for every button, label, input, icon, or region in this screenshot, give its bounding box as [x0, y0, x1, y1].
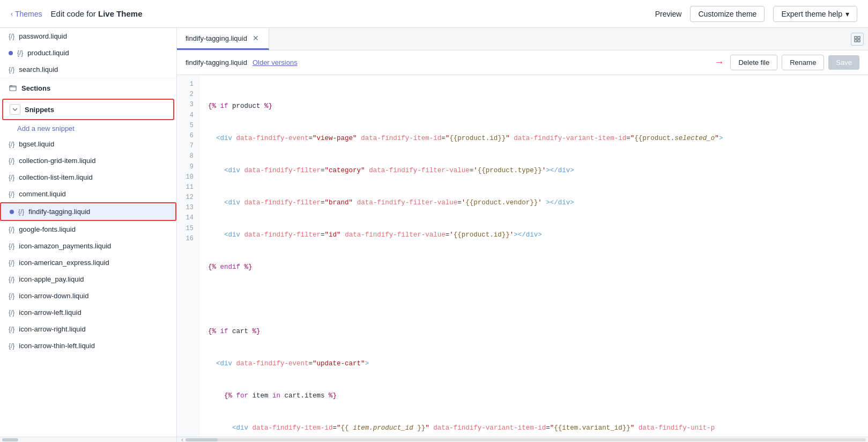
- main-layout: {/} password.liquid {/} product.liquid {…: [0, 28, 868, 442]
- themes-link-label: Themes: [15, 10, 42, 18]
- sidebar-horizontal-scroll[interactable]: [0, 437, 176, 442]
- code-line-1: {% if product %}: [208, 101, 859, 112]
- expand-editor-button[interactable]: [851, 33, 864, 46]
- tab-filename: findify-tagging.liquid: [186, 34, 247, 42]
- sections-label: Sections: [21, 84, 50, 92]
- folder-icon: [9, 84, 17, 92]
- liquid-icon: {/}: [9, 226, 14, 233]
- sidebar-item-password[interactable]: {/} password.liquid: [0, 28, 176, 45]
- liquid-icon: {/}: [9, 342, 14, 350]
- svg-rect-0: [10, 86, 16, 91]
- sidebar-item-comment[interactable]: {/} comment.liquid: [0, 186, 176, 202]
- sidebar-item-google-fonts[interactable]: {/} google-fonts.liquid: [0, 221, 176, 238]
- add-snippet-link[interactable]: Add a new snippet: [0, 121, 176, 136]
- liquid-icon: {/}: [9, 174, 14, 181]
- liquid-icon: {/}: [9, 276, 14, 283]
- file-header-right: → Delete file Rename Save: [714, 55, 859, 70]
- svg-rect-1: [855, 36, 857, 39]
- sidebar-item-icon-apple-pay[interactable]: {/} icon-apple_pay.liquid: [0, 271, 176, 288]
- snippets-header[interactable]: Snippets: [2, 99, 174, 120]
- sidebar-item-product[interactable]: {/} product.liquid: [0, 45, 176, 61]
- code-content[interactable]: {% if product %} <div data-findify-event…: [199, 75, 868, 437]
- page-title: Edit code for Live Theme: [51, 9, 143, 18]
- liquid-icon: {/}: [9, 33, 14, 40]
- sidebar: {/} password.liquid {/} product.liquid {…: [0, 28, 177, 442]
- sidebar-item-collection-list[interactable]: {/} collection-list-item.liquid: [0, 169, 176, 186]
- editor-tab-findify[interactable]: findify-tagging.liquid ✕: [177, 28, 269, 50]
- liquid-icon: {/}: [9, 326, 14, 333]
- code-lines: 12345 678910 1112131415 16 {% if product…: [177, 75, 868, 437]
- file-header-filename: findify-tagging.liquid: [186, 58, 247, 67]
- editor-bottom-scrollbar[interactable]: ‹: [177, 437, 868, 442]
- file-header: findify-tagging.liquid Older versions → …: [177, 50, 868, 75]
- sidebar-item-icon-arrow-left[interactable]: {/} icon-arrow-left.liquid: [0, 304, 176, 321]
- liquid-icon: {/}: [9, 259, 14, 267]
- sidebar-item-icon-arrow-down[interactable]: {/} icon-arrow-down.liquid: [0, 288, 176, 304]
- svg-rect-3: [855, 40, 857, 42]
- svg-rect-2: [858, 36, 860, 39]
- code-line-4: <div data-findify-filter="brand" data-fi…: [208, 197, 859, 208]
- chevron-down-icon: ▾: [845, 10, 849, 18]
- sidebar-item-icon-arrow-right[interactable]: {/} icon-arrow-right.liquid: [0, 321, 176, 337]
- code-line-2: <div data-findify-event="view-page" data…: [208, 133, 859, 144]
- liquid-icon: {/}: [9, 157, 14, 165]
- liquid-icon: {/}: [9, 190, 14, 198]
- top-bar: ‹ Themes Edit code for Live Theme Previe…: [0, 0, 868, 28]
- code-line-8: {% if cart %}: [208, 326, 859, 337]
- liquid-icon: {/}: [9, 309, 14, 316]
- preview-link[interactable]: Preview: [655, 10, 682, 18]
- older-versions-link[interactable]: Older versions: [253, 58, 298, 67]
- rename-button[interactable]: Rename: [782, 55, 824, 70]
- top-bar-actions: Preview Customize theme Expert theme hel…: [655, 6, 857, 22]
- code-line-11: <div data-findify-item-id="{{ item.produ…: [208, 423, 859, 433]
- red-arrow-indicator: →: [714, 57, 724, 68]
- file-header-left: findify-tagging.liquid Older versions: [186, 58, 298, 67]
- active-dot: [10, 210, 14, 214]
- liquid-icon: {/}: [9, 66, 14, 73]
- customize-theme-button[interactable]: Customize theme: [690, 6, 765, 22]
- scroll-left-arrow[interactable]: ‹: [179, 436, 186, 443]
- code-editor[interactable]: 12345 678910 1112131415 16 {% if product…: [177, 75, 868, 437]
- themes-back-link[interactable]: ‹ Themes: [11, 10, 42, 18]
- breadcrumb: ‹ Themes Edit code for Live Theme: [11, 9, 143, 18]
- sidebar-item-icon-amazon[interactable]: {/} icon-amazon_payments.liquid: [0, 238, 176, 254]
- save-button[interactable]: Save: [828, 55, 859, 70]
- sidebar-item-bgset[interactable]: {/} bgset.liquid: [0, 136, 176, 152]
- tab-close-button[interactable]: ✕: [251, 33, 260, 43]
- liquid-icon: {/}: [9, 292, 14, 300]
- sections-header[interactable]: Sections: [0, 78, 176, 98]
- sidebar-scroll-thumb: [2, 438, 18, 441]
- sidebar-scroll[interactable]: {/} password.liquid {/} product.liquid {…: [0, 28, 176, 437]
- line-numbers: 12345 678910 1112131415 16: [177, 75, 199, 437]
- code-line-9: <div data-findify-event="update-cart">: [208, 358, 859, 369]
- sidebar-item-collection-grid[interactable]: {/} collection-grid-item.liquid: [0, 152, 176, 169]
- liquid-icon: {/}: [9, 141, 14, 148]
- code-line-3: <div data-findify-filter="category" data…: [208, 165, 859, 176]
- svg-rect-4: [858, 40, 860, 42]
- liquid-icon: {/}: [9, 242, 14, 250]
- liquid-icon: {/}: [18, 208, 24, 216]
- expert-theme-help-button[interactable]: Expert theme help ▾: [773, 6, 857, 22]
- code-line-6: {% endif %}: [208, 262, 859, 272]
- editor-scroll-thumb: [186, 438, 218, 441]
- chevron-left-icon: ‹: [11, 10, 13, 18]
- sidebar-item-findify-tagging[interactable]: {/} findify-tagging.liquid: [0, 202, 176, 221]
- sidebar-item-search[interactable]: {/} search.liquid: [0, 61, 176, 78]
- sidebar-item-icon-amex[interactable]: {/} icon-american_express.liquid: [0, 254, 176, 271]
- delete-file-button[interactable]: Delete file: [730, 55, 777, 70]
- modified-dot: [9, 51, 13, 55]
- editor-scroll-track: [186, 438, 866, 441]
- liquid-icon: {/}: [17, 49, 23, 57]
- editor-area: findify-tagging.liquid ✕ findify-tagging…: [177, 28, 868, 442]
- collapse-icon: [10, 104, 20, 115]
- snippets-label: Snippets: [25, 106, 54, 114]
- code-line-5: <div data-findify-filter="id" data-findi…: [208, 230, 859, 240]
- code-line-7: [208, 294, 859, 305]
- tabs-bar: findify-tagging.liquid ✕: [177, 28, 868, 50]
- code-line-10: {% for item in cart.items %}: [208, 391, 859, 401]
- sidebar-item-icon-arrow-thin-left[interactable]: {/} icon-arrow-thin-left.liquid: [0, 337, 176, 354]
